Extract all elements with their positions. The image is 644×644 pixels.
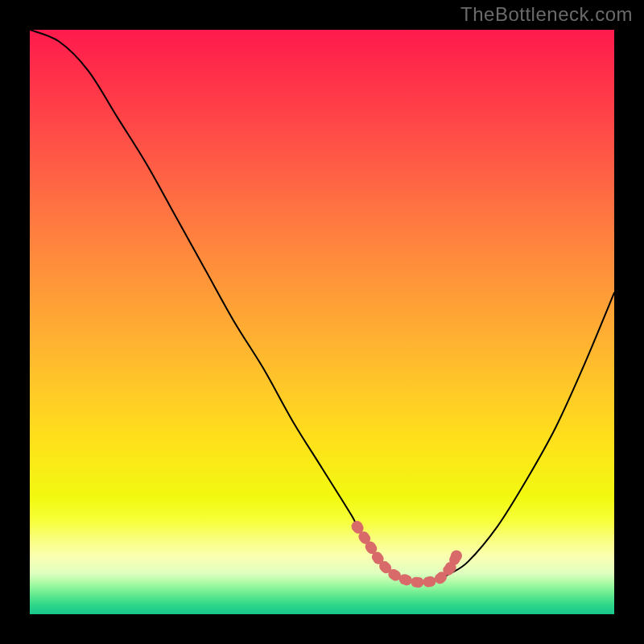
optimal-range-dot (451, 550, 462, 561)
bottleneck-curve (30, 30, 614, 583)
watermark-text: TheBottleneck.com (460, 3, 633, 26)
optimal-range-marker (352, 521, 462, 582)
optimal-range-dot (352, 521, 363, 532)
chart-frame: TheBottleneck.com (0, 0, 644, 644)
curve-layer (30, 30, 614, 614)
plot-area (30, 30, 614, 614)
optimal-range-dot (445, 562, 456, 573)
optimal-range-path (357, 526, 456, 582)
